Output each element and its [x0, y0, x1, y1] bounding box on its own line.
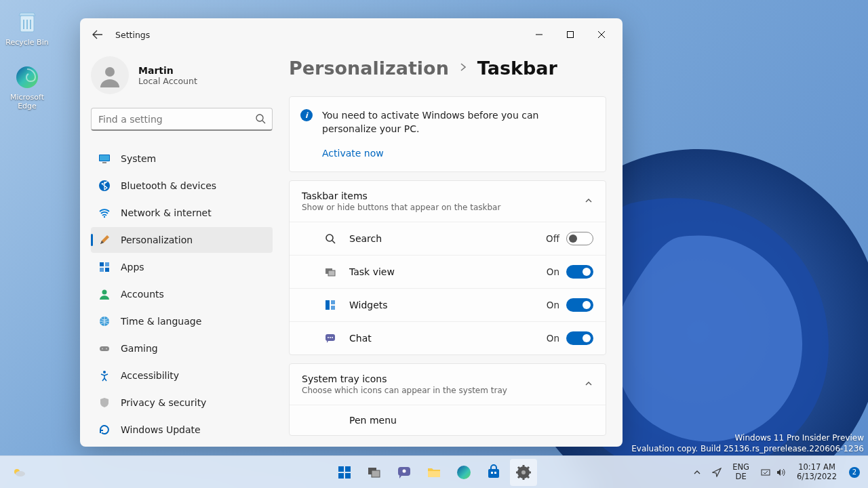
- edge-button[interactable]: [450, 459, 477, 486]
- shield-icon: [98, 396, 111, 409]
- microsoft-edge-icon[interactable]: Microsoft Edge: [1, 60, 53, 113]
- maximize-button[interactable]: [555, 24, 586, 45]
- breadcrumb-parent[interactable]: Personalization: [289, 58, 449, 79]
- titlebar: Settings: [80, 18, 623, 51]
- sidebar-item-network[interactable]: Network & internet: [91, 200, 273, 226]
- svg-rect-16: [100, 346, 109, 351]
- task-view-button[interactable]: [361, 459, 388, 486]
- svg-rect-10: [100, 262, 104, 266]
- file-explorer-button[interactable]: [420, 459, 448, 486]
- task-view-toggle[interactable]: [566, 265, 593, 279]
- svg-point-18: [106, 348, 107, 350]
- sidebar-item-label: Network & internet: [121, 207, 212, 218]
- activation-banner: i You need to activate Windows before yo…: [289, 96, 606, 172]
- search-icon: [323, 232, 337, 245]
- paintbrush-icon: [98, 233, 111, 247]
- svg-rect-34: [338, 473, 344, 479]
- sidebar-item-windows-update[interactable]: Windows Update: [91, 417, 273, 443]
- sidebar-item-privacy[interactable]: Privacy & security: [91, 390, 273, 415]
- svg-rect-23: [326, 300, 330, 310]
- sidebar-item-bluetooth[interactable]: Bluetooth & devices: [91, 173, 273, 199]
- account-block[interactable]: Martin Local Account: [91, 51, 273, 108]
- build-watermark: Windows 11 Pro Insider Preview Evaluatio…: [631, 432, 864, 454]
- recycle-bin-icon[interactable]: Recycle Bin: [1, 5, 53, 49]
- search-input[interactable]: [91, 108, 273, 131]
- chat-button[interactable]: [391, 459, 418, 486]
- widgets-icon: [323, 299, 337, 311]
- main-panel: Personalization Taskbar i You need to ac…: [283, 51, 623, 447]
- breadcrumb: Personalization Taskbar: [289, 51, 606, 96]
- settings-window: Settings Martin Local Account System Blu…: [80, 18, 623, 447]
- sidebar-item-label: Time & language: [121, 316, 201, 327]
- sidebar-item-personalization[interactable]: Personalization: [91, 227, 273, 253]
- account-type: Local Account: [138, 76, 197, 86]
- back-button[interactable]: [85, 22, 110, 47]
- sidebar-item-accounts[interactable]: Accounts: [91, 281, 273, 307]
- location-icon[interactable]: [708, 465, 726, 480]
- widgets-toggle[interactable]: [566, 298, 593, 312]
- widgets-weather-button[interactable]: [5, 462, 33, 483]
- language-indicator[interactable]: ENGDE: [728, 460, 753, 483]
- svg-point-29: [332, 337, 333, 338]
- sidebar-item-label: Accounts: [121, 289, 164, 300]
- svg-rect-35: [345, 473, 351, 479]
- sidebar-item-accessibility[interactable]: Accessibility: [91, 363, 273, 388]
- chevron-up-icon: [584, 378, 593, 391]
- svg-rect-11: [105, 262, 109, 266]
- sidebar-item-time-language[interactable]: Time & language: [91, 308, 273, 334]
- notification-center-button[interactable]: 2: [844, 464, 864, 481]
- task-view-icon: [323, 266, 337, 278]
- sidebar-item-label: Windows Update: [121, 424, 201, 435]
- activation-message: You need to activate Windows before you …: [322, 109, 593, 136]
- svg-rect-43: [491, 472, 493, 474]
- clock[interactable]: 10:17 AM6/13/2022: [793, 460, 841, 485]
- sidebar-item-label: Bluetooth & devices: [121, 180, 216, 191]
- account-name: Martin: [138, 65, 197, 76]
- sidebar-item-system[interactable]: System: [91, 146, 273, 171]
- tray-overflow-button[interactable]: [689, 466, 705, 479]
- section-title: Taskbar items: [302, 190, 584, 201]
- search-icon: [255, 113, 266, 127]
- person-icon: [98, 287, 111, 301]
- row-chat: Chat On: [290, 321, 606, 354]
- svg-rect-22: [328, 270, 335, 276]
- activate-now-link[interactable]: Activate now: [322, 148, 384, 159]
- chat-toggle[interactable]: [566, 331, 593, 345]
- svg-point-9: [104, 216, 105, 218]
- search-toggle[interactable]: [566, 232, 593, 245]
- svg-point-31: [16, 471, 25, 476]
- svg-point-3: [105, 67, 115, 77]
- sidebar-item-gaming[interactable]: Gaming: [91, 336, 273, 361]
- notification-badge: 2: [849, 467, 860, 478]
- section-subtitle: Choose which icons can appear in the sys…: [302, 386, 584, 395]
- svg-rect-44: [494, 472, 496, 474]
- row-pen-menu: Pen menu: [290, 405, 606, 435]
- row-label: Search: [349, 233, 546, 244]
- network-volume-tray[interactable]: [756, 464, 790, 481]
- svg-rect-25: [331, 306, 335, 310]
- minimize-button[interactable]: [524, 24, 555, 45]
- sidebar-item-apps[interactable]: Apps: [91, 254, 273, 280]
- svg-point-28: [330, 337, 331, 338]
- svg-rect-12: [100, 268, 104, 272]
- start-button[interactable]: [331, 459, 358, 486]
- system-tray-header[interactable]: System tray icons Choose which icons can…: [290, 364, 606, 405]
- gamepad-icon: [98, 342, 111, 355]
- chevron-up-icon: [584, 195, 593, 208]
- svg-point-39: [403, 469, 406, 472]
- section-title: System tray icons: [302, 373, 584, 384]
- close-button[interactable]: [586, 24, 617, 45]
- svg-rect-13: [105, 268, 109, 272]
- settings-button[interactable]: [510, 459, 537, 486]
- store-button[interactable]: [480, 459, 507, 486]
- chevron-right-icon: [458, 62, 468, 75]
- svg-point-4: [256, 115, 263, 121]
- sidebar-item-label: Accessibility: [121, 370, 179, 381]
- row-task-view: Task view On: [290, 255, 606, 288]
- row-widgets: Widgets On: [290, 288, 606, 321]
- taskbar: ENGDE 10:17 AM6/13/2022 2: [0, 455, 868, 488]
- info-icon: i: [300, 109, 313, 121]
- update-icon: [98, 423, 111, 436]
- taskbar-items-header[interactable]: Taskbar items Show or hide buttons that …: [290, 181, 606, 222]
- row-label: Pen menu: [349, 415, 593, 426]
